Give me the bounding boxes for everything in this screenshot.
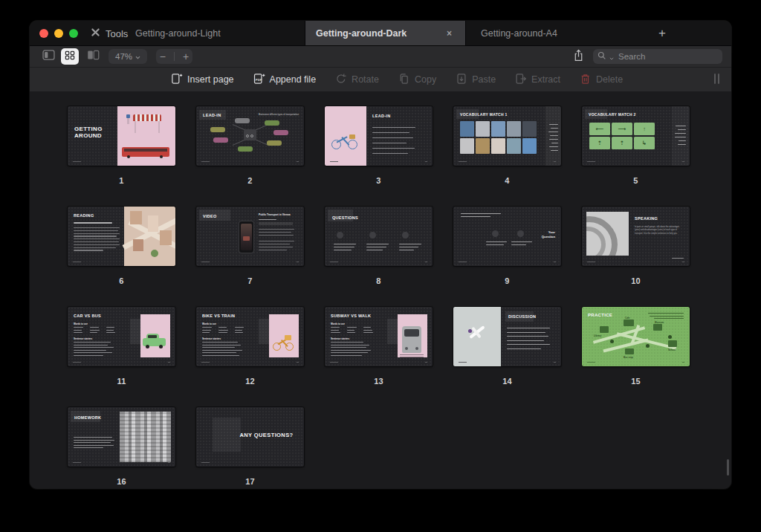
page-thumbnail-4[interactable]: VOCABULARY MATCH 1 4 [453, 106, 561, 189]
page-number: 15 [582, 377, 690, 386]
minimize-window-button[interactable] [54, 29, 63, 38]
page-number: 16 [68, 477, 175, 486]
search-input[interactable] [617, 51, 731, 62]
search-icon [598, 50, 606, 63]
page-thumbnail-10[interactable]: SPEAKING In pairs or small groups, talk … [582, 207, 690, 290]
rotate-button[interactable]: Rotate [335, 73, 379, 87]
close-window-button[interactable] [39, 29, 48, 38]
page-number: 17 [196, 477, 304, 486]
search-scope-chevron-icon[interactable] [609, 50, 614, 63]
append-file-button[interactable]: PDF Append file [253, 73, 317, 87]
paste-button[interactable]: Paste [456, 73, 496, 87]
slide-preview: HOMEWORK [68, 407, 175, 467]
stepper-divider [174, 52, 175, 61]
page-number: 6 [68, 276, 175, 285]
insert-page-button[interactable]: Insert page [171, 73, 234, 87]
delete-button[interactable]: Delete [580, 73, 623, 87]
page-thumbnail-16[interactable]: HOMEWORK 16 [68, 407, 175, 489]
tools-icon [91, 27, 100, 39]
zoom-level-value: 47% [115, 52, 132, 61]
paste-icon [456, 73, 467, 87]
page-number: 12 [196, 377, 304, 386]
view-toolbar: 47% − + [30, 46, 731, 67]
close-tab-icon[interactable]: × [444, 27, 455, 39]
zoom-out-button[interactable]: − [160, 51, 166, 62]
tools-menu-button[interactable]: Tools [91, 21, 128, 46]
sidebar-view-button[interactable] [40, 48, 56, 65]
zoom-stepper: − + [156, 49, 192, 64]
zoom-in-button[interactable]: + [183, 51, 189, 62]
page-thumbnail-11[interactable]: CAR VS BUS Words to use Sentence starter… [68, 307, 175, 390]
app-window: Tools Getting-around-Light Getting-aroun… [30, 21, 731, 489]
slide-preview: SUBWAY VS WALK Words to use Sentence sta… [325, 307, 433, 366]
share-button[interactable] [570, 48, 586, 65]
page-thumbnail-13[interactable]: SUBWAY VS WALK Words to use Sentence sta… [325, 307, 433, 390]
search-field[interactable] [593, 49, 722, 64]
slide-preview: VIDEO Public Transport in Vienna [196, 207, 304, 266]
new-tab-button[interactable]: + [646, 21, 679, 45]
insert-page-icon [171, 73, 183, 87]
traffic-lights [39, 21, 78, 46]
extract-icon [515, 73, 527, 87]
slide-preview: QUESTIONS [325, 207, 433, 266]
two-page-view-button[interactable] [85, 48, 101, 65]
page-thumbnail-14[interactable]: DISCUSSION 14 [453, 307, 561, 390]
zoom-window-button[interactable] [69, 29, 78, 38]
page-number: 4 [453, 176, 561, 185]
page-thumbnail-7[interactable]: VIDEO Public Transport in Vienna 7 [196, 207, 304, 290]
page-thumbnail-17[interactable]: ANY QUESTIONS? 17 [196, 407, 304, 489]
page-number: 5 [582, 176, 690, 185]
page-number: 2 [196, 176, 304, 185]
slide-preview: ANY QUESTIONS? [196, 407, 304, 467]
toolbar-drag-handle[interactable] [714, 74, 719, 84]
page-number: 11 [68, 377, 175, 386]
page-number: 9 [453, 276, 561, 285]
page-thumbnail-2[interactable]: LEAD-IN Brainstorm different types of tr… [196, 106, 304, 189]
page-thumbnail-3[interactable]: LEAD-IN 3 [325, 106, 433, 189]
append-file-pdf-icon: PDF [253, 73, 265, 87]
page-thumbnail-8[interactable]: QUESTIONS 8 [325, 207, 433, 290]
svg-text:PDF: PDF [255, 78, 262, 82]
trash-icon [580, 73, 592, 87]
slide-preview: LEAD-IN Brainstorm different types of tr… [196, 106, 304, 166]
two-page-icon [87, 50, 100, 63]
slide-preview: BIKE VS TRAIN Words to use Sentence star… [196, 307, 304, 366]
slide-preview: Your Question [453, 207, 561, 266]
thumbnail-grid-view-button[interactable] [61, 48, 79, 65]
tab-getting-around-light[interactable]: Getting-around-Light [125, 21, 305, 45]
screenshot-stage: Tools Getting-around-Light Getting-aroun… [0, 0, 761, 532]
tab-bar: Getting-around-Light Getting-around-Dark… [125, 21, 731, 45]
slide-preview: GETTING AROUND [68, 106, 175, 166]
share-icon [573, 49, 584, 65]
page-thumbnail-15[interactable]: PRACTICE Library Cafe Museum School Bus … [582, 307, 690, 390]
vertical-scrollbar[interactable] [727, 459, 729, 476]
zoom-level-dropdown[interactable]: 47% [109, 49, 147, 64]
extract-button[interactable]: Extract [515, 73, 560, 87]
page-number: 10 [582, 276, 690, 285]
page-number: 8 [325, 276, 433, 285]
slide-preview: VOCABULARY MATCH 1 [453, 106, 561, 166]
page-thumbnail-9[interactable]: Your Question 9 [453, 207, 561, 290]
page-thumbnail-12[interactable]: BIKE VS TRAIN Words to use Sentence star… [196, 307, 304, 390]
slide-preview: READING [68, 207, 175, 266]
page-number: 3 [325, 176, 433, 185]
tab-getting-around-a4[interactable]: Getting-around-A4 [466, 21, 646, 45]
page-number: 1 [68, 176, 175, 185]
page-thumbnail-1[interactable]: GETTING AROUND 1 [68, 106, 175, 189]
copy-button[interactable]: Copy [398, 73, 436, 87]
tab-getting-around-dark[interactable]: Getting-around-Dark × [305, 21, 466, 45]
slide-preview: SPEAKING In pairs or small groups, talk … [582, 207, 690, 266]
title-bar: Tools Getting-around-Light Getting-aroun… [30, 21, 731, 46]
slide-preview: LEAD-IN [325, 106, 433, 166]
copy-icon [398, 73, 410, 87]
page-number: 7 [196, 276, 304, 285]
slide-preview: VOCABULARY MATCH 2 ⟵ ⟶ ↑ ⇡ ⇡ ↳ [582, 106, 690, 166]
rotate-icon [335, 73, 347, 87]
slide-preview: CAR VS BUS Words to use Sentence starter… [68, 307, 175, 366]
page-thumbnail-6[interactable]: READING 6 [68, 207, 175, 290]
page-number: 14 [453, 377, 561, 386]
slide-preview: DISCUSSION [453, 307, 561, 366]
page-thumbnail-5[interactable]: VOCABULARY MATCH 2 ⟵ ⟶ ↑ ⇡ ⇡ ↳ 5 [582, 106, 690, 189]
page-number: 13 [325, 377, 433, 386]
grid-view-icon [65, 50, 75, 63]
